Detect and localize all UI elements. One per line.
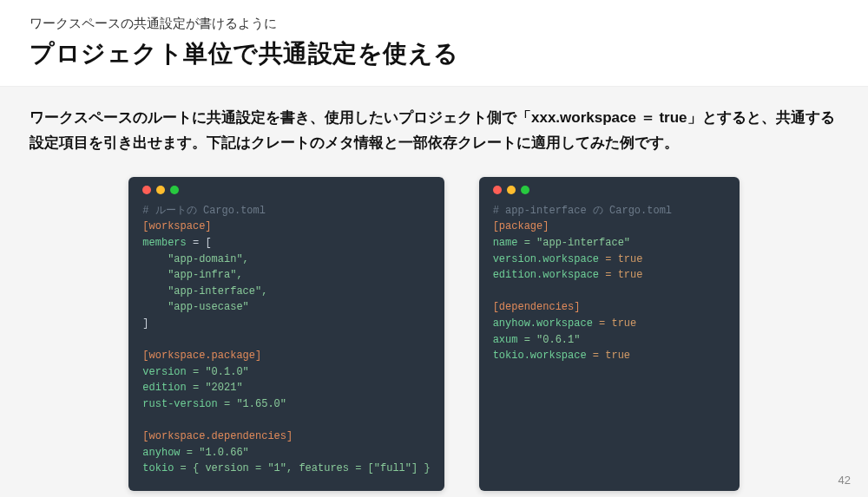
code-line: tokio = { version = "1", features = ["fu…: [142, 461, 430, 477]
slide-header: ワークスペースの共通設定が書けるように プロジェクト単位で共通設定を使える: [0, 0, 868, 87]
code-line: axum = "0.6.1": [493, 332, 726, 349]
page-number: 42: [838, 474, 851, 487]
code-line: version.workspace = true: [493, 252, 726, 268]
code-line: tokio.workspace = true: [493, 348, 726, 364]
window-controls: [142, 186, 430, 194]
code-line: anyhow = "1.0.66": [142, 445, 430, 461]
code-line: anyhow.workspace = true: [493, 316, 726, 332]
close-icon: [493, 186, 502, 194]
code-line: # app-interface の Cargo.toml: [493, 203, 726, 219]
slide-title: プロジェクト単位で共通設定を使える: [30, 37, 838, 70]
code-line: "app-interface",: [142, 284, 430, 300]
slide-subtitle: ワークスペースの共通設定が書けるように: [30, 16, 838, 32]
code-line: [workspace.package]: [142, 348, 430, 364]
close-icon: [142, 186, 151, 194]
code-line: name = "app-interface": [493, 235, 726, 252]
slide: ワークスペースの共通設定が書けるように プロジェクト単位で共通設定を使える ワー…: [0, 0, 868, 497]
code-line: [493, 284, 726, 300]
code-line: [workspace.dependencies]: [142, 428, 430, 445]
code-line: # ルートの Cargo.toml: [142, 203, 430, 219]
lead-paragraph: ワークスペースのルートに共通設定を書き、使用したいプロジェクト側で「xxx.wo…: [30, 106, 838, 156]
code-line: [workspace]: [142, 219, 430, 235]
maximize-icon: [170, 186, 179, 194]
code-line: [package]: [493, 219, 726, 235]
minimize-icon: [507, 186, 516, 194]
code-block-root-cargo: # ルートの Cargo.toml [workspace] members = …: [128, 177, 444, 491]
code-line: members = [: [142, 235, 430, 252]
code-line: "app-usecase": [142, 299, 430, 316]
minimize-icon: [156, 186, 165, 194]
code-line: version = "0.1.0": [142, 364, 430, 381]
code-line: [142, 332, 430, 349]
code-line: "app-domain",: [142, 252, 430, 268]
code-line: "app-infra",: [142, 267, 430, 284]
maximize-icon: [521, 186, 529, 194]
code-line: ]: [142, 316, 430, 332]
code-line: [dependencies]: [493, 299, 726, 316]
code-line: edition.workspace = true: [493, 267, 726, 284]
code-row: # ルートの Cargo.toml [workspace] members = …: [30, 177, 838, 491]
code-line: rust-version = "1.65.0": [142, 396, 430, 413]
code-line: edition = "2021": [142, 380, 430, 396]
code-block-app-interface: # app-interface の Cargo.toml [package] n…: [479, 177, 740, 491]
window-controls: [493, 186, 726, 194]
code-line: [142, 413, 430, 429]
slide-body: ワークスペースのルートに共通設定を書き、使用したいプロジェクト側で「xxx.wo…: [0, 87, 868, 491]
